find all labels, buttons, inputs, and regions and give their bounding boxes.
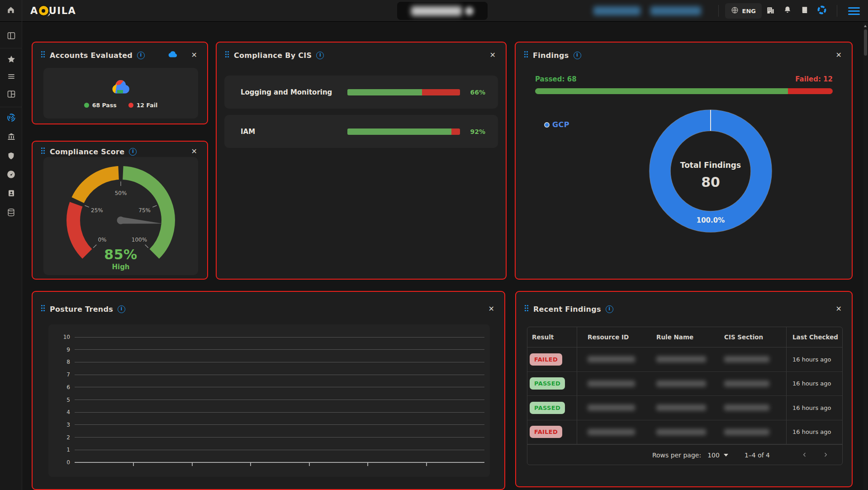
sidebar-item-security[interactable] [2,148,20,165]
drag-handle-icon[interactable] [41,304,45,314]
redacted-resource-id [588,356,635,362]
table-row: PASSED16 hours ago [527,372,842,396]
shield-icon [7,152,15,162]
y-axis-tick-label: 5 [55,397,70,403]
legend-dot [84,103,89,108]
close-widget-button[interactable]: ✕ [487,304,496,314]
drag-handle-icon[interactable] [41,147,45,156]
donut-center-title: Total Findings [680,161,741,170]
drag-handle-icon[interactable] [41,51,45,60]
info-icon[interactable] [574,52,581,59]
notifications-button[interactable] [779,2,796,19]
x-axis-tick [367,463,368,466]
topbar-actions: ENG [593,0,868,22]
close-widget-button[interactable]: ✕ [190,50,199,61]
gridline-row: 6 [55,383,484,391]
cis-category-label: Logging and Monitoring [241,88,347,96]
gcp-legend-label: GCP [552,120,569,129]
close-widget-button[interactable]: ✕ [834,50,844,61]
sidebar-item-governance[interactable] [2,129,20,146]
help-button[interactable] [813,2,830,19]
findings-donut-chart: Total Findings 80 100.0% [643,103,778,239]
scroll-up-icon [864,25,867,27]
cloud-provider-icon[interactable] [168,51,178,60]
language-select[interactable]: ENG [725,3,762,19]
drag-handle-icon[interactable] [225,51,229,60]
gridline-row: 1 [55,446,484,454]
star-icon [7,55,16,66]
drag-handle-icon[interactable] [524,51,528,60]
sidebar-item-dashboards[interactable] [2,87,20,103]
cis-compliance-bar [347,128,460,135]
donut-center-value: 80 [701,174,720,190]
sidebar-item-list[interactable] [2,69,20,86]
redacted-rule-name [656,381,706,387]
gridline [75,387,484,387]
widget-recent-findings: Recent Findings ✕ ResultResource IDRule … [515,291,853,487]
legend-item: 68 Pass [84,102,117,109]
redacted-topbar-item[interactable] [593,6,640,15]
topbar-divider [718,5,719,17]
sidebar [0,22,22,490]
vertical-scrollbar[interactable] [863,22,868,490]
sidebar-item-scanner-active[interactable] [2,110,20,127]
table-footer: Rows per page: 100 1–4 of 4 [527,444,842,465]
bank-icon [7,132,16,143]
scrollbar-thumb [864,29,867,56]
drag-handle-icon[interactable] [524,304,529,314]
brand-logo: AUILA [30,5,76,16]
legend-dot [128,103,133,108]
language-label: ENG [742,8,756,14]
sidebar-item-data[interactable] [2,205,20,221]
topbar-divider [837,5,837,17]
redacted-cis-section [724,404,769,411]
gauge-tick-label: 100% [132,237,147,243]
gridline [75,437,484,438]
widget-accounts-evaluated: Accounts Evaluated ✕ [32,42,208,124]
close-widget-button[interactable]: ✕ [834,304,844,314]
gauge-icon [6,170,16,181]
sidebar-item-posture[interactable] [2,167,20,183]
brand-text-suffix: UILA [49,5,76,16]
info-icon[interactable] [137,52,145,59]
pagination-prev-button[interactable] [800,450,810,461]
sidebar-item-panels[interactable] [2,29,20,45]
redacted-title-blob [411,6,462,16]
widget-compliance-by-cis: Compliance By CIS ✕ Logging and Monitori… [216,42,507,280]
info-icon[interactable] [129,148,137,156]
table-row: FAILED16 hours ago [527,420,842,445]
docs-button[interactable] [796,2,813,19]
sidebar-item-favorites[interactable] [2,52,20,68]
redacted-resource-id [588,381,635,387]
widget-title: Posture Trends [50,305,113,314]
y-axis-tick-label: 10 [55,334,70,340]
passed-count-label: Passed: 68 [535,75,577,83]
main-menu-button[interactable] [844,2,864,19]
home-icon [6,5,15,16]
info-icon[interactable] [606,305,613,313]
last-checked-cell: 16 hours ago [792,380,831,387]
rows-per-page-select[interactable]: 100 [707,452,728,459]
home-button[interactable] [0,0,22,22]
donut-legend-gcp[interactable]: GCP [544,120,569,129]
book-icon [801,6,809,16]
result-badge: PASSED [530,402,565,414]
redacted-topbar-item[interactable] [650,6,701,15]
y-axis-tick-label: 3 [55,422,70,428]
pagination-next-button[interactable] [821,450,830,461]
menu-lines-icon [7,72,16,83]
last-checked-cell: 16 hours ago [792,404,831,411]
pass-fail-bar [535,88,833,94]
gridline [75,412,484,413]
life-ring-icon [817,5,827,17]
close-widget-button[interactable]: ✕ [190,146,199,157]
gridline-row: 9 [55,346,484,354]
close-widget-button[interactable]: ✕ [488,50,498,61]
gridline-row: 2 [55,433,484,442]
organization-button[interactable] [762,2,779,19]
redacted-rule-name [656,404,706,411]
widget-title: Compliance By CIS [234,51,312,60]
info-icon[interactable] [118,305,125,313]
sidebar-item-identity[interactable] [2,186,20,202]
info-icon[interactable] [316,52,324,59]
